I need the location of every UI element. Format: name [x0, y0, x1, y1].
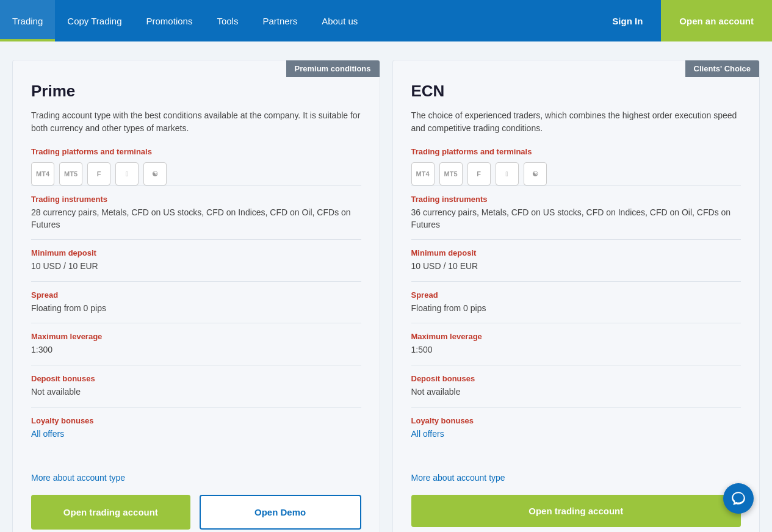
ecn-apple-icon: : [496, 162, 519, 185]
prime-leverage-value: 1:300: [31, 344, 361, 356]
prime-spread-value: Floating from 0 pips: [31, 303, 361, 315]
ecn-deposit-row: Minimum deposit 10 USD / 10 EUR: [411, 239, 741, 281]
prime-deposit-bonuses-row: Deposit bonuses Not available: [31, 365, 361, 407]
prime-deposit-value: 10 USD / 10 EUR: [31, 261, 361, 273]
ecn-deposit-bonuses-row: Deposit bonuses Not available: [411, 365, 741, 407]
ecn-platforms-label: Trading platforms and terminals: [411, 147, 741, 156]
nav-item-about[interactable]: About us: [309, 0, 370, 41]
prime-btn-row: Open trading account Open Demo: [31, 495, 361, 530]
nav-links: Trading Copy Trading Promotions Tools Pa…: [0, 0, 594, 41]
prime-platforms-label: Trading platforms and terminals: [31, 147, 361, 156]
prime-leverage-label: Maximum leverage: [31, 332, 361, 341]
open-account-button[interactable]: Open an account: [661, 0, 772, 41]
ecn-spread-row: Spread Floating from 0 pips: [411, 281, 741, 323]
ecn-mt4-icon: MT4: [411, 162, 435, 185]
prime-badge: Premium conditions: [286, 60, 380, 77]
prime-deposit-label: Minimum deposit: [31, 248, 361, 257]
nav-item-promotions[interactable]: Promotions: [134, 0, 205, 41]
prime-loyalty-label: Loyalty bonuses: [31, 416, 361, 425]
ecn-btn-row: Open trading account: [411, 495, 741, 527]
prime-mt4-icon: MT4: [31, 162, 54, 185]
prime-more-link[interactable]: More about account type: [31, 473, 361, 483]
prime-android-icon: ☯: [143, 162, 167, 185]
prime-loyalty-link[interactable]: All offers: [31, 429, 64, 439]
ecn-deposit-bonuses-value: Not available: [411, 386, 741, 398]
prime-mt5-icon: MT5: [59, 162, 82, 185]
nav-item-tools[interactable]: Tools: [204, 0, 250, 41]
ecn-f-icon: F: [467, 162, 491, 185]
nav-item-partners[interactable]: Partners: [250, 0, 309, 41]
ecn-platform-icons: MT4 MT5 F  ☯: [411, 162, 741, 185]
prime-instruments-value: 28 currency pairs, Metals, CFD on US sto…: [31, 207, 361, 231]
ecn-card-body: ECN The choice of experienced traders, w…: [393, 60, 760, 464]
prime-card-body: Prime Trading account type with the best…: [13, 60, 380, 464]
prime-deposit-bonuses-value: Not available: [31, 386, 361, 398]
prime-deposit-bonuses-label: Deposit bonuses: [31, 374, 361, 383]
navigation: Trading Copy Trading Promotions Tools Pa…: [0, 0, 772, 41]
prime-loyalty-row: Loyalty bonuses All offers: [31, 407, 361, 449]
ecn-mt5-icon: MT5: [439, 162, 463, 185]
nav-item-copy-trading[interactable]: Copy Trading: [55, 0, 134, 41]
prime-card: Premium conditions Prime Trading account…: [12, 60, 380, 532]
ecn-card: Clients' Choice ECN The choice of experi…: [392, 60, 760, 532]
prime-leverage-row: Maximum leverage 1:300: [31, 323, 361, 365]
ecn-platforms-section: Trading platforms and terminals MT4 MT5 …: [411, 147, 741, 185]
ecn-instruments-row: Trading instruments 36 currency pairs, M…: [411, 185, 741, 239]
ecn-loyalty-link[interactable]: All offers: [411, 429, 444, 439]
main-content: Premium conditions Prime Trading account…: [0, 41, 772, 532]
ecn-loyalty-row: Loyalty bonuses All offers: [411, 407, 741, 449]
signin-button[interactable]: Sign In: [594, 0, 661, 41]
prime-open-trading-button[interactable]: Open trading account: [31, 495, 190, 530]
prime-instruments-row: Trading instruments 28 currency pairs, M…: [31, 185, 361, 239]
ecn-card-footer: More about account type Open trading acc…: [393, 464, 760, 532]
ecn-android-icon: ☯: [524, 162, 547, 185]
ecn-loyalty-label: Loyalty bonuses: [411, 416, 741, 425]
prime-card-footer: More about account type Open trading acc…: [13, 464, 380, 532]
ecn-instruments-label: Trading instruments: [411, 195, 741, 204]
prime-loyalty-value: All offers: [31, 428, 361, 440]
ecn-title: ECN: [411, 82, 741, 101]
prime-platform-icons: MT4 MT5 F  ☯: [31, 162, 361, 185]
prime-instruments-label: Trading instruments: [31, 195, 361, 204]
ecn-more-link[interactable]: More about account type: [411, 473, 741, 483]
ecn-leverage-label: Maximum leverage: [411, 332, 741, 341]
ecn-open-trading-button[interactable]: Open trading account: [411, 495, 741, 527]
prime-description: Trading account type with the best condi…: [31, 109, 361, 135]
ecn-spread-label: Spread: [411, 290, 741, 300]
ecn-deposit-value: 10 USD / 10 EUR: [411, 261, 741, 273]
ecn-deposit-bonuses-label: Deposit bonuses: [411, 374, 741, 383]
ecn-leverage-row: Maximum leverage 1:500: [411, 323, 741, 365]
ecn-deposit-label: Minimum deposit: [411, 248, 741, 257]
ecn-loyalty-value: All offers: [411, 428, 741, 440]
prime-title: Prime: [31, 82, 361, 101]
ecn-instruments-value: 36 currency pairs, Metals, CFD on US sto…: [411, 207, 741, 231]
prime-f-icon: F: [87, 162, 110, 185]
prime-deposit-row: Minimum deposit 10 USD / 10 EUR: [31, 239, 361, 281]
chat-button[interactable]: [723, 483, 754, 514]
ecn-badge: Clients' Choice: [685, 60, 759, 77]
prime-apple-icon: : [115, 162, 139, 185]
nav-right: Sign In Open an account: [594, 0, 772, 41]
chat-icon: [731, 491, 746, 506]
prime-platforms-section: Trading platforms and terminals MT4 MT5 …: [31, 147, 361, 185]
ecn-leverage-value: 1:500: [411, 344, 741, 356]
nav-item-trading[interactable]: Trading: [0, 0, 55, 41]
prime-open-demo-button[interactable]: Open Demo: [200, 495, 361, 530]
prime-spread-row: Spread Floating from 0 pips: [31, 281, 361, 323]
ecn-spread-value: Floating from 0 pips: [411, 303, 741, 315]
prime-spread-label: Spread: [31, 290, 361, 300]
ecn-description: The choice of experienced traders, which…: [411, 109, 741, 135]
